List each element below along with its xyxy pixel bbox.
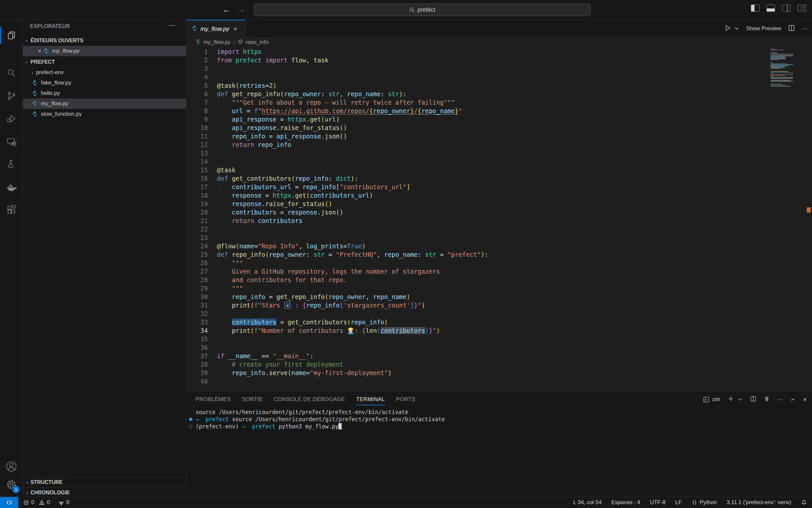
sidebar-more-actions-icon[interactable]: ⋯: [168, 21, 176, 30]
testing-beaker-icon[interactable]: [0, 153, 23, 175]
toggle-primary-sidebar-icon[interactable]: [751, 5, 759, 12]
line-number: 28: [186, 276, 208, 284]
breadcrumb-symbol[interactable]: repo_info: [246, 39, 269, 45]
language-status[interactable]: Python: [691, 499, 717, 506]
file-item[interactable]: hello.py: [23, 88, 186, 98]
extensions-icon[interactable]: [0, 199, 23, 221]
panel-more-actions-icon[interactable]: ⋯: [777, 396, 783, 403]
search-sidebar-icon[interactable]: [0, 62, 23, 84]
maximize-panel-chevron-icon[interactable]: [791, 396, 795, 403]
docker-icon[interactable]: [0, 176, 23, 198]
token: [217, 302, 232, 309]
file-item[interactable]: slow_function.py: [23, 109, 186, 119]
code-line: import httpx: [217, 47, 770, 56]
minimap[interactable]: [770, 49, 794, 88]
token: ": [433, 327, 436, 334]
new-terminal-icon[interactable]: [728, 396, 734, 403]
panel-tab-ports[interactable]: PORTS: [396, 392, 416, 407]
code-editor[interactable]: 1234567891011121314151617181920212223242…: [186, 47, 812, 391]
token: ): [340, 209, 343, 216]
editor-more-actions-icon[interactable]: ⋯: [802, 25, 807, 32]
show-preview-button[interactable]: Show Preview: [746, 25, 781, 32]
terminal-output[interactable]: source /Users/henricourdent/git/prefect/…: [186, 409, 812, 497]
tab-my-flow[interactable]: my_flow.py ×: [186, 20, 246, 37]
close-editor-icon[interactable]: ×: [36, 48, 43, 55]
minimap-line: [770, 59, 779, 60]
explorer-icon[interactable]: [0, 25, 23, 46]
token: url: [325, 116, 336, 123]
code-line: api_response = httpx.get(url): [217, 115, 770, 124]
remote-indicator[interactable]: [0, 497, 18, 508]
source-control-icon[interactable]: [0, 85, 23, 107]
chronology-header[interactable]: › CHRONOLOGIE: [23, 487, 186, 498]
token: repo_owner: [328, 293, 366, 300]
token: ==: [258, 352, 273, 359]
settings-gear-icon[interactable]: 1: [0, 473, 23, 496]
file-item[interactable]: ›prefect-env: [23, 67, 186, 78]
encoding-status[interactable]: UTF-8: [650, 499, 666, 506]
terminal-dropdown-chevron-icon[interactable]: [738, 396, 743, 403]
terminal-shell-chip[interactable]: zsh: [703, 396, 720, 403]
cursor-position-status[interactable]: L 34, col 54: [573, 499, 602, 506]
open-editor-item[interactable]: ×my_flow.py: [23, 46, 186, 56]
token: str: [388, 90, 399, 97]
token: (: [321, 116, 325, 123]
problems-status[interactable]: 0 0: [23, 499, 50, 506]
token: .: [306, 116, 310, 123]
token: (: [340, 133, 343, 140]
token: (: [287, 369, 291, 376]
file-item[interactable]: fake_flow.py: [23, 78, 186, 88]
token: :: [310, 352, 314, 359]
code-line: repo_info = api_response.json(): [217, 132, 770, 140]
ports-status[interactable]: 0: [58, 499, 69, 506]
token: def: [217, 175, 232, 182]
token: [217, 268, 232, 275]
radio-tower-icon: [58, 500, 64, 505]
panel-tab-terminal[interactable]: TERMINAL: [356, 392, 385, 407]
back-arrow-icon[interactable]: ←: [221, 5, 232, 15]
panel-tab-probl-mes[interactable]: PROBLÈMES: [195, 392, 231, 407]
file-item[interactable]: my_flow.py: [23, 98, 186, 109]
line-number: 9: [186, 115, 208, 124]
notifications-bell-icon[interactable]: [801, 500, 807, 505]
close-panel-icon[interactable]: ×: [803, 396, 807, 404]
terminal-token: →: [195, 416, 199, 423]
kill-terminal-trash-icon[interactable]: [764, 396, 770, 403]
open-editors-header[interactable]: › ÉDITEURS OUVERTS: [23, 35, 186, 46]
eol-status[interactable]: LF: [675, 499, 682, 506]
toggle-panel-icon[interactable]: [767, 5, 775, 12]
code-line: and contributors for that repo.: [217, 276, 770, 284]
split-editor-icon[interactable]: [788, 25, 795, 33]
token: get_repo_info: [276, 293, 325, 300]
python-interpreter-status[interactable]: 3.11.1 ('prefect-env': venv): [727, 499, 791, 506]
token: [217, 293, 232, 300]
activity-bar: 1: [0, 20, 23, 497]
forward-arrow-icon[interactable]: →: [236, 5, 247, 15]
token: .: [321, 133, 325, 140]
indentation-status[interactable]: Espaces : 4: [611, 499, 640, 506]
breadcrumb[interactable]: my_flow.py › repo_info: [186, 37, 812, 47]
minimap-line: [770, 64, 787, 64]
toggle-secondary-sidebar-icon[interactable]: [782, 5, 791, 12]
remote-explorer-icon[interactable]: [0, 130, 23, 153]
token: :: [418, 251, 425, 258]
run-debug-icon[interactable]: [0, 108, 23, 130]
folder-header[interactable]: › PREFECT: [23, 57, 186, 67]
split-terminal-icon[interactable]: [750, 396, 756, 403]
breadcrumb-file[interactable]: my_flow.py: [203, 39, 231, 45]
customize-layout-icon[interactable]: [798, 5, 806, 12]
code-content[interactable]: import httpxfrom prefect import flow, ta…: [217, 47, 770, 385]
terminal-token: source /Users/henricourdent/git/prefect/…: [229, 416, 445, 423]
token: ): [388, 369, 391, 376]
command-center-search[interactable]: prefect: [254, 4, 590, 16]
run-button-icon[interactable]: [724, 25, 731, 33]
line-number: 10: [186, 124, 208, 132]
structure-header[interactable]: › STRUCTURE: [23, 477, 186, 487]
token: /: [414, 107, 417, 115]
run-dropdown-chevron-icon[interactable]: [734, 25, 739, 32]
token: repo_owner: [373, 107, 410, 115]
panel-tab-console-de-d-bogage[interactable]: CONSOLE DE DÉBOGAGE: [274, 392, 345, 407]
panel-tab-sortie[interactable]: SORTIE: [242, 392, 263, 407]
close-tab-icon[interactable]: ×: [234, 25, 237, 33]
warning-icon: [39, 500, 45, 505]
